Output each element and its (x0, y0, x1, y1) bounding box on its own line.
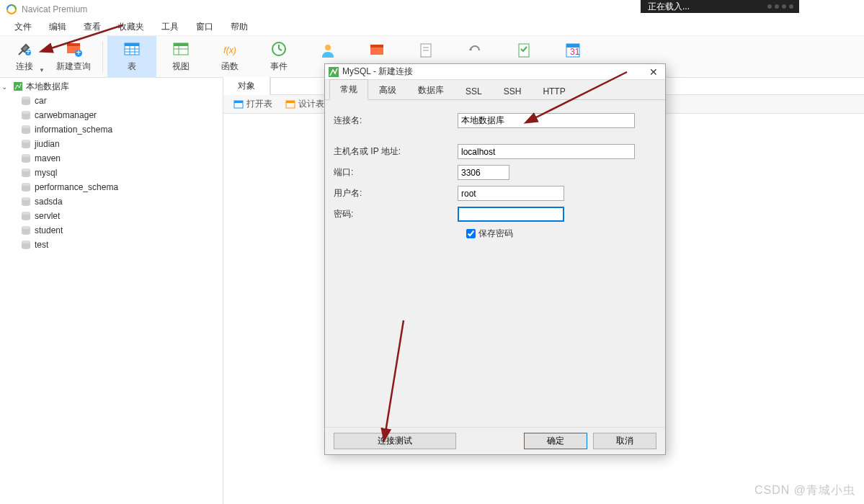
automation-icon (515, 42, 533, 59)
function-icon: f(x) (221, 40, 239, 58)
svg-text:f(x): f(x) (223, 45, 236, 55)
new-connection-dialog: MySQL - 新建连接 ✕ 常规 高级 数据库 SSL SSH HTTP 连接… (324, 63, 666, 455)
user-input[interactable] (458, 186, 564, 201)
svg-point-48 (22, 197, 30, 200)
svg-rect-56 (234, 101, 243, 103)
db-item[interactable]: sadsda (0, 194, 223, 209)
db-item[interactable]: information_schema (0, 122, 223, 137)
sidebar[interactable]: ⌄ 本地数据库 car carwebmanager information_sc… (0, 78, 223, 504)
db-label: sadsda (35, 197, 63, 207)
tab-ssh[interactable]: SSH (493, 82, 533, 100)
db-label: mysql (35, 168, 57, 178)
dialog-body: 连接名: 主机名或 IP 地址: 端口: 用户名: 密码: 保存密码 (325, 100, 665, 427)
toggle-icon[interactable]: ⌄ (1, 83, 10, 91)
event-button[interactable]: 事件 (254, 36, 303, 78)
app-title: Navicat Premium (22, 4, 87, 14)
menu-view[interactable]: 查看 (75, 18, 110, 36)
test-connection-button[interactable]: 连接测试 (334, 433, 456, 449)
model-icon: 31 (564, 42, 582, 59)
new-query-button[interactable]: + 新建查询 (49, 36, 98, 78)
svg-point-42 (22, 154, 30, 157)
svg-point-21 (325, 45, 331, 50)
open-table-label: 打开表 (246, 98, 272, 110)
db-item[interactable]: test (0, 238, 223, 252)
save-password-checkbox[interactable]: 保存密码 (466, 228, 590, 240)
close-button[interactable]: ✕ (645, 66, 662, 78)
chevron-down-icon: ▼ (39, 67, 45, 73)
open-table-button[interactable]: 打开表 (228, 96, 278, 112)
ok-button[interactable]: 确定 (524, 433, 587, 449)
password-label: 密码: (334, 208, 458, 220)
plug-icon: + (16, 40, 33, 58)
tab-general[interactable]: 常规 (329, 79, 368, 100)
conn-name-label: 连接名: (334, 114, 458, 127)
db-item[interactable]: car (0, 94, 223, 108)
svg-rect-8 (125, 43, 139, 46)
save-password-input[interactable] (466, 229, 476, 238)
view-button[interactable]: 视图 (156, 36, 205, 78)
status-strip: 正在载入... (641, 0, 799, 13)
menu-window[interactable]: 窗口 (187, 18, 222, 36)
db-item[interactable]: servlet (0, 209, 223, 223)
database-icon (20, 139, 32, 149)
separator (102, 42, 103, 72)
svg-point-40 (22, 140, 30, 143)
dialog-title: MySQL - 新建连接 (342, 66, 413, 78)
new-query-icon: + (65, 40, 82, 58)
password-input[interactable] (458, 207, 564, 222)
function-button[interactable]: f(x) 函数 (205, 36, 254, 78)
connect-button[interactable]: + 连接 ▼ (0, 36, 49, 78)
cancel-button[interactable]: 取消 (593, 433, 656, 449)
db-item[interactable]: mysql (0, 166, 223, 180)
svg-point-34 (22, 96, 30, 99)
port-label: 端口: (334, 166, 458, 179)
view-label: 视图 (172, 60, 190, 73)
event-icon (270, 40, 288, 58)
port-input[interactable] (458, 165, 509, 180)
db-item[interactable]: student (0, 223, 223, 238)
menu-edit[interactable]: 编辑 (40, 18, 75, 36)
user-icon (319, 42, 337, 59)
table-icon (123, 40, 141, 58)
host-label: 主机名或 IP 地址: (334, 145, 458, 158)
db-item[interactable]: performance_schema (0, 180, 223, 194)
database-icon (20, 211, 32, 221)
save-password-label: 保存密码 (478, 228, 513, 240)
tab-ssl[interactable]: SSL (455, 82, 493, 100)
db-item[interactable]: carwebmanager (0, 108, 223, 122)
db-item[interactable]: jiudian (0, 137, 223, 151)
view-icon (172, 40, 190, 58)
dialog-footer: 连接测试 确定 取消 (325, 427, 665, 454)
db-label: maven (35, 153, 61, 163)
table-button[interactable]: 表 (107, 36, 156, 78)
menu-file[interactable]: 文件 (6, 18, 40, 36)
backup-icon (466, 42, 484, 59)
connection-node[interactable]: ⌄ 本地数据库 (0, 79, 223, 94)
svg-text:+: + (25, 47, 30, 57)
conn-name-input[interactable] (458, 113, 635, 128)
svg-point-54 (22, 240, 30, 243)
host-input[interactable] (458, 144, 635, 159)
menu-favorites[interactable]: 收藏夹 (110, 18, 153, 36)
tab-http[interactable]: HTTP (532, 82, 576, 100)
menu-help[interactable]: 帮助 (222, 18, 257, 36)
menu-tools[interactable]: 工具 (153, 18, 187, 36)
tab-database[interactable]: 数据库 (407, 80, 455, 100)
design-table-button[interactable]: 设计表 (280, 96, 330, 112)
db-item[interactable]: maven (0, 151, 223, 166)
tab-advanced[interactable]: 高级 (368, 80, 407, 100)
database-icon (20, 168, 32, 178)
svg-rect-23 (370, 45, 383, 48)
object-tab[interactable]: 对象 (223, 77, 270, 95)
db-label: information_schema (35, 125, 112, 135)
svg-point-44 (22, 168, 30, 171)
db-label: car (35, 96, 47, 106)
event-label: 事件 (270, 60, 288, 73)
report-icon (417, 42, 435, 59)
dialog-titlebar[interactable]: MySQL - 新建连接 ✕ (325, 64, 665, 80)
db-label: servlet (35, 211, 60, 221)
status-text: 正在载入... (648, 1, 690, 13)
function-label: 函数 (221, 60, 239, 73)
watermark: CSDN @青城小虫 (754, 483, 855, 498)
db-label: performance_schema (35, 182, 118, 192)
